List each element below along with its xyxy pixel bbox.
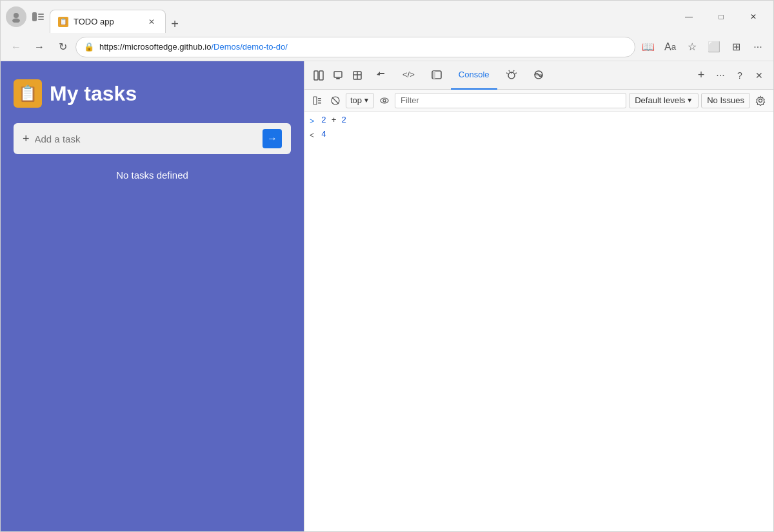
no-issues-badge: No Issues bbox=[701, 93, 750, 108]
split-screen-button[interactable]: ⬜ bbox=[704, 37, 724, 57]
url-display: https://microsoftedge.github.io/Demos/de… bbox=[99, 42, 627, 52]
todo-panel: 📋 My tasks + → No tasks defined bbox=[1, 61, 304, 531]
favorites-button[interactable]: ☆ bbox=[682, 37, 702, 57]
default-levels-chevron: ▼ bbox=[686, 97, 693, 104]
nav-right-icons: 📖 Aa ☆ ⬜ ⊞ ··· bbox=[638, 37, 768, 57]
svg-rect-3 bbox=[38, 14, 44, 15]
devtools-tab-network[interactable] bbox=[526, 61, 551, 90]
svg-point-29 bbox=[381, 98, 388, 103]
svg-point-30 bbox=[383, 99, 386, 102]
add-task-bar: + → bbox=[14, 123, 291, 154]
forward-button[interactable]: → bbox=[29, 37, 50, 57]
svg-point-1 bbox=[12, 19, 20, 23]
console-num2: 2 bbox=[341, 115, 346, 125]
svg-rect-9 bbox=[336, 78, 340, 79]
devtools-tab-elements[interactable] bbox=[368, 61, 393, 90]
svg-line-17 bbox=[513, 70, 514, 72]
svg-point-0 bbox=[14, 13, 19, 18]
context-selector-chevron: ▼ bbox=[363, 97, 370, 104]
devtools-elements-button[interactable] bbox=[348, 66, 366, 84]
console-output: > 2 + 2 < 4 bbox=[304, 112, 773, 531]
default-levels-label: Default levels bbox=[635, 95, 685, 105]
devtools-close-button[interactable]: ✕ bbox=[750, 66, 768, 84]
devtools-panel: </> Console bbox=[304, 61, 773, 531]
devtools-tab-console-icon[interactable] bbox=[424, 61, 450, 90]
todo-header: 📋 My tasks bbox=[14, 74, 291, 113]
devtools-inspect-button[interactable] bbox=[310, 66, 328, 84]
console-filter-input[interactable] bbox=[395, 93, 626, 108]
add-task-plus-icon: + bbox=[23, 132, 30, 146]
devtools-tab-debug[interactable] bbox=[499, 61, 524, 90]
sidebar-toggle-icon[interactable] bbox=[29, 8, 47, 26]
tab-close-button[interactable]: ✕ bbox=[146, 16, 157, 28]
no-tasks-message: No tasks defined bbox=[14, 170, 291, 181]
svg-rect-7 bbox=[319, 71, 323, 80]
console-eye-button[interactable] bbox=[377, 93, 392, 108]
read-aloud-button[interactable]: Aa bbox=[660, 37, 680, 57]
add-task-submit-button[interactable]: → bbox=[263, 129, 282, 148]
console-clear-button[interactable] bbox=[328, 93, 343, 108]
console-toolbar: top ▼ Default levels ▼ No Issues bbox=[304, 90, 773, 112]
add-task-input[interactable] bbox=[35, 133, 257, 144]
url-base: https://microsoftedge.github.io bbox=[99, 42, 211, 52]
svg-point-31 bbox=[759, 99, 762, 102]
console-operator: + bbox=[332, 115, 342, 125]
console-input-chevron: > bbox=[310, 117, 317, 126]
svg-rect-8 bbox=[334, 72, 342, 77]
browser-tab[interactable]: 📋 TODO app ✕ bbox=[50, 10, 166, 33]
svg-rect-25 bbox=[318, 100, 321, 101]
console-output-line: < 4 bbox=[304, 128, 773, 143]
profile-icon[interactable] bbox=[6, 6, 26, 27]
context-selector-label: top bbox=[350, 95, 362, 105]
context-selector[interactable]: top ▼ bbox=[346, 93, 374, 108]
svg-rect-24 bbox=[318, 98, 321, 99]
console-output-chevron: < bbox=[310, 132, 317, 141]
svg-line-28 bbox=[332, 97, 339, 104]
svg-rect-14 bbox=[433, 71, 435, 79]
todo-title: My tasks bbox=[50, 82, 137, 106]
svg-rect-23 bbox=[313, 97, 317, 104]
console-settings-icon[interactable] bbox=[753, 93, 768, 108]
console-input-line: > 2 + 2 bbox=[304, 114, 773, 128]
devtools-device-button[interactable] bbox=[329, 66, 347, 84]
title-bar: 📋 TODO app ✕ + — □ ✕ bbox=[1, 1, 773, 33]
collections-button[interactable]: ⊞ bbox=[726, 37, 746, 57]
tab-title: TODO app bbox=[74, 17, 141, 26]
svg-line-19 bbox=[515, 73, 517, 74]
console-result: 4 bbox=[321, 130, 326, 139]
tab-favicon: 📋 bbox=[58, 17, 68, 27]
svg-rect-6 bbox=[314, 71, 318, 80]
console-sidebar-toggle[interactable] bbox=[310, 93, 325, 108]
lock-icon: 🔒 bbox=[84, 42, 94, 52]
devtools-tab-sources[interactable]: </> bbox=[395, 61, 422, 90]
default-levels-selector[interactable]: Default levels ▼ bbox=[629, 93, 699, 108]
new-tab-button[interactable]: + bbox=[166, 15, 184, 33]
svg-rect-5 bbox=[38, 19, 44, 20]
back-button[interactable]: ← bbox=[6, 37, 26, 57]
reading-view-button[interactable]: 📖 bbox=[638, 37, 659, 57]
svg-rect-2 bbox=[32, 12, 37, 21]
browser-window: 📋 TODO app ✕ + — □ ✕ ← → ↻ 🔒 https://mic… bbox=[0, 0, 774, 532]
todo-app-icon: 📋 bbox=[14, 79, 42, 108]
devtools-more-button[interactable]: ··· bbox=[711, 66, 729, 84]
devtools-help-button[interactable]: ? bbox=[731, 66, 749, 84]
devtools-right-buttons: + ··· ? ✕ bbox=[692, 66, 768, 84]
svg-rect-26 bbox=[318, 103, 321, 104]
console-num1: 2 bbox=[321, 115, 326, 125]
svg-line-18 bbox=[506, 73, 508, 74]
main-area: 📋 My tasks + → No tasks defined bbox=[1, 61, 773, 531]
minimize-button[interactable]: — bbox=[674, 6, 704, 27]
more-button[interactable]: ··· bbox=[748, 37, 768, 57]
close-button[interactable]: ✕ bbox=[739, 6, 768, 27]
address-bar[interactable]: 🔒 https://microsoftedge.github.io/Demos/… bbox=[75, 37, 635, 57]
console-input-text: 2 + 2 bbox=[321, 115, 346, 125]
devtools-tab-console[interactable]: Console bbox=[451, 61, 497, 90]
devtools-toolbar: </> Console bbox=[304, 61, 773, 90]
refresh-button[interactable]: ↻ bbox=[52, 37, 73, 57]
navigation-bar: ← → ↻ 🔒 https://microsoftedge.github.io/… bbox=[1, 33, 773, 61]
svg-line-16 bbox=[509, 70, 510, 72]
devtools-add-tab-button[interactable]: + bbox=[692, 66, 710, 84]
maximize-button[interactable]: □ bbox=[706, 6, 736, 27]
window-controls: — □ ✕ bbox=[674, 6, 768, 27]
svg-rect-4 bbox=[38, 16, 44, 17]
